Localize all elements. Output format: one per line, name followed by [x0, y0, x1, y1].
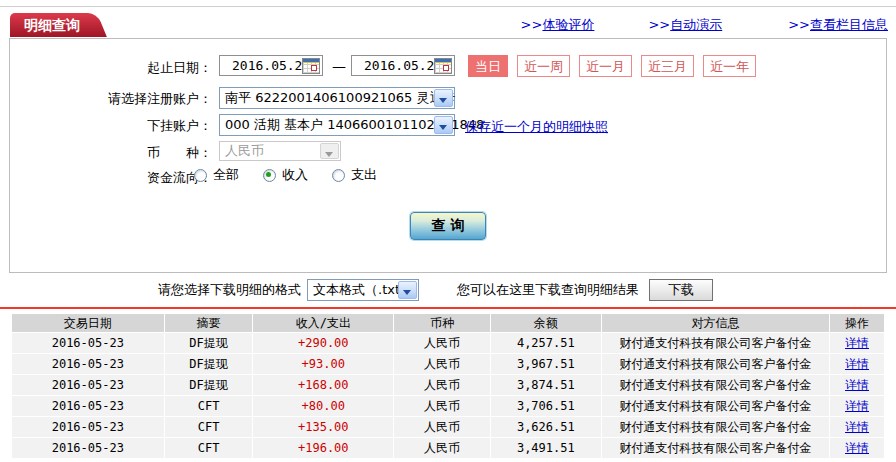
- top-links: >>体验评价 >>自动演示 >>查看栏目信息: [521, 16, 888, 34]
- chevron-down-icon[interactable]: [398, 281, 417, 299]
- page-title-tab: 明细查询: [10, 13, 86, 37]
- fund-flow-options: 全部 收入 支出: [194, 166, 377, 184]
- link-label: 查看栏目信息: [810, 17, 888, 32]
- download-row: 请您选择下载明细的格式 文本格式（.txt） 您可以在这里下载查询明细结果 下载: [158, 279, 713, 301]
- chevron-down-icon[interactable]: [434, 116, 453, 134]
- download-button[interactable]: 下载: [649, 279, 713, 301]
- cell-counterparty: 财付通支付科技有限公司客户备付金: [602, 417, 829, 437]
- range-today-button[interactable]: 当日: [468, 55, 508, 77]
- col-currency: 币种: [394, 314, 490, 332]
- date-to-input[interactable]: 2016.05.23: [351, 55, 455, 76]
- flow-expense-radio[interactable]: 支出: [332, 166, 377, 184]
- query-form: 起止日期： 2016.05.23 — 2016.05.23 当日 近一周 近一月…: [9, 38, 887, 273]
- currency-select: 人民币: [219, 141, 341, 161]
- detail-link[interactable]: 详情: [845, 441, 869, 455]
- cell-amount: +196.00: [253, 438, 393, 458]
- query-button[interactable]: 查 询: [410, 212, 486, 240]
- flow-income-label: 收入: [282, 166, 308, 184]
- radio-icon: [194, 169, 207, 182]
- top-divider: [0, 6, 896, 7]
- table-row: 2016-05-23 DF提现 +93.00 人民币 3,967.51 财付通支…: [12, 354, 884, 374]
- date-from-input[interactable]: 2016.05.23: [219, 55, 323, 76]
- red-separator: [0, 307, 896, 309]
- detail-link[interactable]: 详情: [845, 378, 869, 392]
- auto-demo-link[interactable]: >>自动演示: [648, 16, 722, 34]
- calendar-icon[interactable]: [434, 58, 452, 74]
- date-from-value: 2016.05.23: [232, 58, 310, 73]
- detail-link[interactable]: 详情: [845, 399, 869, 413]
- sub-account-select[interactable]: 000 活期 基本户 1406600101102571848: [219, 114, 455, 136]
- calendar-icon[interactable]: [302, 58, 320, 74]
- cell-counterparty: 财付通支付科技有限公司客户备付金: [602, 438, 829, 458]
- detail-link[interactable]: 详情: [845, 357, 869, 371]
- chevron-down-icon: [320, 143, 339, 159]
- cell-counterparty: 财付通支付科技有限公司客户备付金: [602, 333, 829, 353]
- download-format-select[interactable]: 文本格式（.txt）: [307, 279, 419, 301]
- range-year-button[interactable]: 近一年: [703, 55, 756, 77]
- currency-label: 币 种：: [10, 144, 212, 162]
- link-prefix: >>: [788, 17, 810, 32]
- column-info-link[interactable]: >>查看栏目信息: [788, 16, 888, 34]
- detail-link[interactable]: 详情: [845, 420, 869, 434]
- transactions-table: 交易日期 摘要 收入/支出 币种 余额 对方信息 操作 2016-05-23 D…: [11, 313, 885, 459]
- cell-summary: CFT: [165, 396, 253, 416]
- save-snapshot-link[interactable]: 保存近一个月的明细快照: [465, 118, 608, 136]
- date-range-label: 起止日期：: [10, 59, 212, 77]
- register-account-select[interactable]: 南平 6222001406100921065 灵通卡: [219, 87, 455, 109]
- cell-currency: 人民币: [394, 438, 490, 458]
- cell-balance: 3,626.51: [491, 417, 601, 437]
- date-to-value: 2016.05.23: [364, 58, 442, 73]
- cell-date: 2016-05-23: [12, 417, 164, 437]
- cell-summary: CFT: [165, 438, 253, 458]
- quick-range-buttons: 当日 近一周 近一月 近三月 近一年: [468, 55, 756, 77]
- date-range-dash: —: [332, 58, 346, 74]
- cell-date: 2016-05-23: [12, 438, 164, 458]
- page-title: 明细查询: [24, 17, 80, 33]
- cell-balance: 4,257.51: [491, 333, 601, 353]
- table-row: 2016-05-23 DF提现 +290.00 人民币 4,257.51 财付通…: [12, 333, 884, 353]
- cell-balance: 3,491.51: [491, 438, 601, 458]
- cell-date: 2016-05-23: [12, 354, 164, 374]
- col-counterparty: 对方信息: [602, 314, 829, 332]
- cell-amount: +135.00: [253, 417, 393, 437]
- chevron-down-icon[interactable]: [434, 89, 453, 107]
- cell-balance: 3,967.51: [491, 354, 601, 374]
- range-month-button[interactable]: 近一月: [579, 55, 632, 77]
- cell-currency: 人民币: [394, 417, 490, 437]
- cell-balance: 3,874.51: [491, 375, 601, 395]
- col-balance: 余额: [491, 314, 601, 332]
- col-amount: 收入/支出: [253, 314, 393, 332]
- cell-amount: +290.00: [253, 333, 393, 353]
- cell-currency: 人民币: [394, 375, 490, 395]
- download-format-label: 请您选择下载明细的格式: [158, 281, 301, 299]
- col-action: 操作: [830, 314, 884, 332]
- cell-summary: DF提现: [165, 333, 253, 353]
- cell-counterparty: 财付通支付科技有限公司客户备付金: [602, 354, 829, 374]
- flow-expense-label: 支出: [351, 166, 377, 184]
- cell-amount: +80.00: [253, 396, 393, 416]
- cell-currency: 人民币: [394, 333, 490, 353]
- range-week-button[interactable]: 近一周: [517, 55, 570, 77]
- detail-link[interactable]: 详情: [845, 336, 869, 350]
- table-row: 2016-05-23 CFT +80.00 人民币 3,706.51 财付通支付…: [12, 396, 884, 416]
- download-hint: 您可以在这里下载查询明细结果: [457, 281, 639, 299]
- range-quarter-button[interactable]: 近三月: [641, 55, 694, 77]
- register-account-value: 南平 6222001406100921065 灵通卡: [225, 88, 455, 108]
- flow-all-radio[interactable]: 全部: [194, 166, 239, 184]
- experience-rating-link[interactable]: >>体验评价: [521, 16, 595, 34]
- table-header-row: 交易日期 摘要 收入/支出 币种 余额 对方信息 操作: [12, 314, 884, 332]
- table-row: 2016-05-23 CFT +196.00 人民币 3,491.51 财付通支…: [12, 438, 884, 458]
- sub-account-label: 下挂账户：: [10, 117, 212, 135]
- cell-amount: +168.00: [253, 375, 393, 395]
- cell-summary: DF提现: [165, 375, 253, 395]
- flow-income-radio[interactable]: 收入: [263, 166, 308, 184]
- radio-icon: [263, 169, 276, 182]
- cell-amount: +93.00: [253, 354, 393, 374]
- cell-currency: 人民币: [394, 396, 490, 416]
- currency-value: 人民币: [225, 142, 264, 160]
- link-prefix: >>: [648, 17, 670, 32]
- cell-date: 2016-05-23: [12, 375, 164, 395]
- cell-currency: 人民币: [394, 354, 490, 374]
- cell-summary: CFT: [165, 417, 253, 437]
- col-date: 交易日期: [12, 314, 164, 332]
